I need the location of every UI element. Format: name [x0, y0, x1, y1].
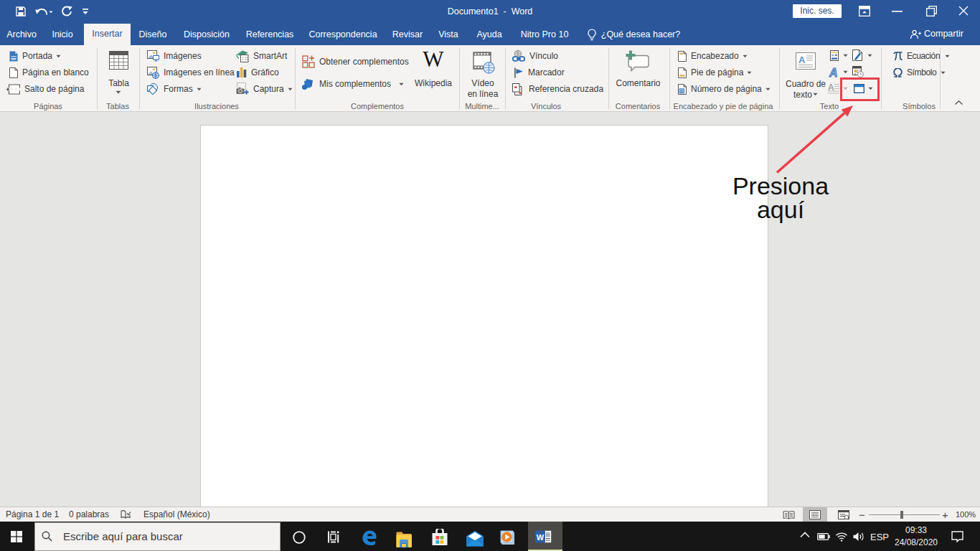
svg-text:A: A	[798, 55, 806, 65]
svg-text:W: W	[537, 533, 545, 542]
